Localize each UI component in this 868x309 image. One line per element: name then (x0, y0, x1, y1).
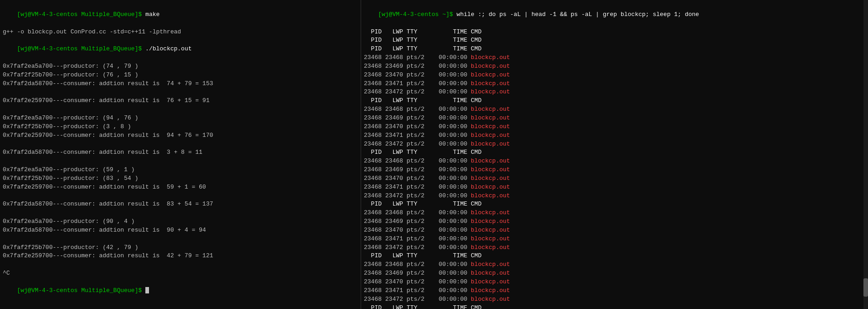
right-data-2: 23468 23469 pts/2 00:00:00 blockcp.out (364, 62, 865, 71)
right-header-row-8: PID LWP TTY TIME CMD (364, 304, 865, 309)
right-data-4: 23468 23471 pts/2 00:00:00 blockcp.out (364, 80, 865, 88)
right-data-12: 23468 23469 pts/2 00:00:00 blockcp.out (364, 166, 865, 174)
right-data-24: 23468 23471 pts/2 00:00:00 blockcp.out (364, 287, 865, 295)
right-data-19: 23468 23471 pts/2 00:00:00 blockcp.out (364, 235, 865, 244)
right-data-18: 23468 23470 pts/2 00:00:00 blockcp.out (364, 226, 865, 235)
right-data-3: 23468 23470 pts/2 00:00:00 blockcp.out (364, 71, 865, 80)
right-data-11: 23468 23468 pts/2 00:00:00 blockcp.out (364, 157, 865, 166)
left-line-26: 0x7faf2e259700---consumer: addtion resul… (3, 252, 358, 260)
left-line-10: 0x7faf2ea5a700---productor: (94 , 76 ) (3, 114, 358, 123)
left-line-12: 0x7faf2e259700---consumer: addtion resul… (3, 131, 358, 140)
left-line-27 (3, 260, 358, 269)
left-line-4: 0x7faf2ea5a700---productor: (74 , 79 ) (3, 62, 358, 71)
left-line-17: 0x7faf2f25b700---productor: (83 , 54 ) (3, 174, 358, 183)
left-line-7 (3, 88, 358, 97)
left-line-8: 0x7faf2e259700---consumer: addtion resul… (3, 97, 358, 105)
right-data-23: 23468 23470 pts/2 00:00:00 blockcp.out (364, 278, 865, 287)
left-line-29: [wj@VM-4-3-centos Multiple_BQueue]$ (3, 278, 358, 304)
right-data-14: 23468 23471 pts/2 00:00:00 blockcp.out (364, 183, 865, 192)
scrollbar[interactable] (863, 0, 868, 309)
left-line-5: 0x7faf2f25b700---productor: (76 , 15 ) (3, 71, 358, 80)
right-data-21: 23468 23468 pts/2 00:00:00 blockcp.out (364, 260, 865, 269)
right-header-row-4: PID LWP TTY TIME CMD (364, 97, 865, 105)
left-line-25: 0x7faf2f25b700---productor: (42 , 79 ) (3, 244, 358, 252)
left-line-22: 0x7faf2ea5a700---productor: (90 , 4 ) (3, 217, 358, 226)
right-header-row-1: PID LWP TTY TIME CMD (364, 28, 865, 37)
right-terminal: [wj@VM-4-3-centos ~]$ while :; do ps -aL… (361, 0, 868, 309)
left-line-15 (3, 157, 358, 166)
left-line-24 (3, 235, 358, 244)
right-header-row-6: PID LWP TTY TIME CMD (364, 200, 865, 209)
left-terminal: [wj@VM-4-3-centos Multiple_BQueue]$ make… (0, 0, 361, 309)
right-data-10: 23468 23472 pts/2 00:00:00 blockcp.out (364, 140, 865, 149)
left-line-20: 0x7faf2da58700---consumer: addtion resul… (3, 200, 358, 209)
left-line-19 (3, 192, 358, 201)
right-data-17: 23468 23469 pts/2 00:00:00 blockcp.out (364, 217, 865, 226)
left-line-14: 0x7faf2da58700---consumer: addtion resul… (3, 148, 358, 157)
left-line-23: 0x7faf2da58700---consumer: addtion resul… (3, 226, 358, 235)
left-line-6: 0x7faf2da58700---consumer: addtion resul… (3, 80, 358, 88)
left-line-13 (3, 140, 358, 149)
left-line-21 (3, 209, 358, 217)
cursor (145, 287, 149, 293)
right-data-5: 23468 23472 pts/2 00:00:00 blockcp.out (364, 88, 865, 97)
left-line-3: [wj@VM-4-3-centos Multiple_BQueue]$ ./bl… (3, 36, 358, 62)
left-line-16: 0x7faf2ea5a700---productor: (59 , 1 ) (3, 166, 358, 174)
scrollbar-thumb[interactable] (863, 278, 868, 297)
right-header-row-5: PID LWP TTY TIME CMD (364, 148, 865, 157)
left-line-28: ^C (3, 269, 358, 278)
right-header-row-3: PID LWP TTY TIME CMD (364, 45, 865, 54)
right-data-16: 23468 23468 pts/2 00:00:00 blockcp.out (364, 209, 865, 217)
right-header-cmd: [wj@VM-4-3-centos ~]$ while :; do ps -aL… (364, 2, 865, 28)
right-data-15: 23468 23472 pts/2 00:00:00 blockcp.out (364, 192, 865, 201)
left-line-11: 0x7faf2f25b700---productor: (3 , 8 ) (3, 123, 358, 131)
left-line-2: g++ -o blockcp.out ConProd.cc -std=c++11… (3, 28, 358, 37)
right-data-9: 23468 23471 pts/2 00:00:00 blockcp.out (364, 131, 865, 140)
right-data-20: 23468 23472 pts/2 00:00:00 blockcp.out (364, 244, 865, 252)
right-data-1: 23468 23468 pts/2 00:00:00 blockcp.out (364, 54, 865, 62)
right-data-22: 23468 23469 pts/2 00:00:00 blockcp.out (364, 269, 865, 278)
right-data-6: 23468 23468 pts/2 00:00:00 blockcp.out (364, 105, 865, 114)
left-line-1: [wj@VM-4-3-centos Multiple_BQueue]$ make (3, 2, 358, 28)
left-line-9 (3, 105, 358, 114)
right-data-13: 23468 23470 pts/2 00:00:00 blockcp.out (364, 174, 865, 183)
left-line-18: 0x7faf2e259700---consumer: addtion resul… (3, 183, 358, 192)
right-data-25: 23468 23472 pts/2 00:00:00 blockcp.out (364, 295, 865, 304)
right-data-7: 23468 23469 pts/2 00:00:00 blockcp.out (364, 114, 865, 123)
right-data-8: 23468 23470 pts/2 00:00:00 blockcp.out (364, 123, 865, 131)
right-header-row-2: PID LWP TTY TIME CMD (364, 36, 865, 45)
right-header-row-7: PID LWP TTY TIME CMD (364, 252, 865, 260)
